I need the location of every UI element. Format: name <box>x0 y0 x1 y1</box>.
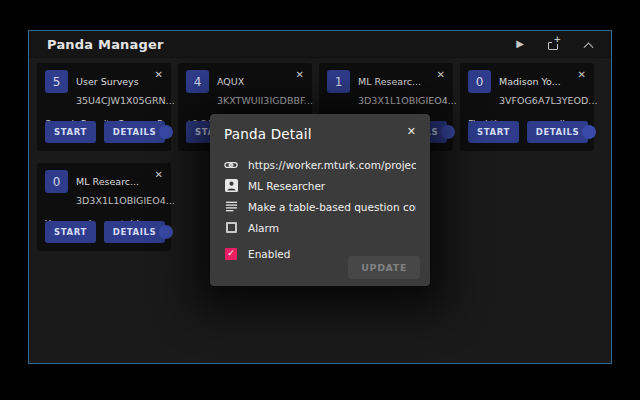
update-button[interactable]: UPDATE <box>348 256 420 279</box>
new-window-icon[interactable] <box>547 37 561 51</box>
enabled-label: Enabled <box>248 248 290 260</box>
close-icon[interactable]: ✕ <box>155 170 163 180</box>
titlebar-actions: ▶ <box>513 37 595 51</box>
card-title: ML Researc... <box>76 176 139 187</box>
hit-count-badge: 0 <box>468 70 491 93</box>
app-title: Panda Manager <box>47 37 164 52</box>
close-icon[interactable]: ✕ <box>437 70 445 80</box>
requester-row: ML Researcher <box>224 179 416 192</box>
person-icon <box>224 179 238 192</box>
card-title: User Surveys <box>76 76 139 87</box>
url-row: https://worker.mturk.com/projects/3D3X1L… <box>224 158 416 171</box>
alarm-checkbox[interactable] <box>226 222 237 233</box>
close-icon[interactable]: ✕ <box>155 70 163 80</box>
hit-count-badge: 4 <box>186 70 209 93</box>
check-icon: ✓ <box>227 249 235 258</box>
card-id: 3VFOG6A7L3YEOD... <box>499 95 597 106</box>
hit-count-badge: 5 <box>45 70 68 93</box>
panda-card: 5 User Surveys 35U4CJW1X05GRN... ✕ Searc… <box>37 63 171 151</box>
enabled-checkbox[interactable]: ✓ <box>225 248 237 260</box>
details-button[interactable]: DETAILS <box>527 121 588 143</box>
card-id: 3D3X1L1OBIGIEO4... <box>358 95 457 106</box>
hit-count-badge: 1 <box>327 70 350 93</box>
card-id: 3D3X1L1OBIGIEO4... <box>76 195 175 206</box>
details-button[interactable]: DETAILS <box>104 121 165 143</box>
requester-name: ML Researcher <box>248 180 325 192</box>
card-title: AQUX <box>217 76 244 87</box>
close-icon[interactable]: ✕ <box>296 70 304 80</box>
titlebar: Panda Manager ▶ <box>29 31 611 58</box>
run-all-icon[interactable]: ▶ <box>513 37 527 51</box>
start-button[interactable]: START <box>45 221 96 243</box>
hit-url[interactable]: https://worker.mturk.com/projects/3D3X1L… <box>248 159 416 171</box>
link-icon <box>224 158 238 171</box>
close-icon[interactable]: ✕ <box>407 126 416 137</box>
details-button[interactable]: DETAILS <box>104 221 165 243</box>
close-icon[interactable]: ✕ <box>578 70 586 80</box>
alarm-row: Alarm <box>224 221 416 234</box>
chevron-up-icon[interactable] <box>581 37 595 51</box>
panda-card: 0 ML Researc... 3D3X1L1OBIGIEO4... ✕ You… <box>37 163 171 251</box>
hit-description: Make a table-based question concrete and… <box>248 201 416 213</box>
start-button[interactable]: START <box>468 121 519 143</box>
hit-count-badge: 0 <box>45 170 68 193</box>
dialog-title: Panda Detail <box>224 126 312 142</box>
card-id: 35U4CJW1X05GRN... <box>76 95 175 106</box>
panda-card: 0 Madison Yo... 3VFOG6A7L3YEOD... ✕ Find… <box>460 63 594 151</box>
cards-row-2: 0 ML Researc... 3D3X1L1OBIGIEO4... ✕ You… <box>37 163 171 251</box>
start-button[interactable]: START <box>45 121 96 143</box>
panda-detail-dialog: Panda Detail ✕ https://worker.mturk.com/… <box>210 114 430 286</box>
notes-icon <box>224 200 238 213</box>
card-title: ML Researc... <box>358 76 421 87</box>
card-id: 3KXTWUII3IGDBBF... <box>217 95 313 106</box>
card-title: Madison Yo... <box>499 76 561 87</box>
alarm-label: Alarm <box>248 222 279 234</box>
description-row: Make a table-based question concrete and… <box>224 200 416 213</box>
